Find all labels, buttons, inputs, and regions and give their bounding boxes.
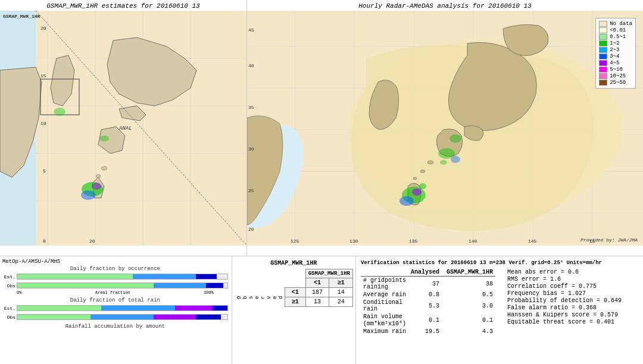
svg-text:10: 10 (40, 121, 46, 126)
left-map-title: GSMAP_MWR_1HR estimates for 20160610 13 (0, 0, 246, 11)
svg-text:0: 0 (43, 239, 46, 244)
svg-text:GSMAP_MWR_1HR: GSMAP_MWR_1HR (3, 14, 40, 19)
legend-item-5to10: 5~10 (599, 67, 632, 73)
stat-ets: Equitable threat score = 0.401 (507, 319, 638, 325)
svg-point-21 (81, 190, 95, 200)
svg-text:145: 145 (528, 239, 537, 244)
svg-text:ANAL: ANAL (118, 125, 132, 131)
legend-item-lt001: <0.01 (599, 27, 632, 33)
svg-point-17 (96, 175, 101, 178)
legend-item-10to25: 10~25 (599, 73, 632, 79)
svg-text:Provided by: JWA/JMA: Provided by: JWA/JMA (580, 237, 638, 243)
stat-false-alarm-ratio: False alarm ratio = 0.368 (507, 305, 638, 311)
contingency-table: GSMAP_MWR_1HR <1 ≥1 Observed <1 187 14 ≥… (235, 269, 353, 307)
row-ge1: ≥1 (285, 297, 305, 307)
stat-freq-bias: Frequency bias = 1.027 (507, 290, 638, 297)
map-legend: No data <0.01 0.5~1 1~2 (595, 18, 636, 89)
svg-point-55 (451, 156, 460, 163)
svg-text:40: 40 (248, 63, 254, 68)
cell-ge1-lt1: 13 (305, 297, 329, 307)
svg-point-53 (419, 183, 426, 189)
col-ge1: ≥1 (329, 278, 353, 288)
chart3-title: Rainfall accumulation by amount (2, 324, 228, 330)
satellite-label: MetOp-A/AMSU-A/MHS (2, 259, 229, 265)
right-map-panel: Hourly Radar-AMeDAS analysis for 2016061… (247, 0, 643, 256)
chart1-est-label: Est. (2, 274, 15, 280)
left-map-canvas: 20 15 10 5 0 20 GSMAP_MWR_1HR ANAL (0, 11, 246, 246)
bottom-charts-panel: MetOp-A/AMSU-A/MHS Daily fraction by occ… (0, 256, 232, 364)
svg-point-47 (427, 161, 433, 164)
svg-point-57 (450, 134, 461, 143)
svg-point-52 (412, 189, 422, 196)
svg-text:30: 30 (248, 146, 254, 152)
table-row: Conditional rain 5.3 3.0 (361, 299, 495, 313)
cell-lt1-lt1: 187 (305, 288, 329, 297)
right-map-title: Hourly Radar-AMeDAS analysis for 2016061… (247, 0, 643, 11)
right-map-canvas: 45 40 35 30 25 20 125 130 135 140 145 15… (247, 11, 643, 246)
verification-panel: Verification statistics for 20160610 13 … (356, 256, 643, 364)
legend-item-3to4: 3~4 (599, 54, 632, 59)
table-row: Average rain 0.8 0.5 (361, 291, 495, 299)
chart1-title: Daily fraction by occurrence (2, 266, 228, 272)
stat-pod: Probability of detection = 0.649 (507, 297, 638, 304)
svg-text:5: 5 (43, 168, 46, 174)
contingency-title: GSMAP_MWR_1HR (270, 260, 317, 266)
row-lt1: <1 (285, 288, 305, 297)
svg-point-56 (440, 160, 447, 165)
left-map-panel: GSMAP_MWR_1HR estimates for 20160610 13 (0, 0, 247, 256)
table-row: # gridpoints raining 37 38 (361, 277, 495, 291)
svg-text:25: 25 (248, 188, 254, 193)
chart2-title: Daily fraction of total rain (2, 297, 228, 303)
svg-text:125: 125 (291, 239, 299, 244)
svg-text:20: 20 (248, 227, 254, 232)
legend-item-nodata: No data (599, 21, 632, 27)
svg-point-51 (399, 196, 414, 206)
cell-lt1-ge1: 14 (329, 288, 353, 297)
legend-item-2to3: 2~3 (599, 47, 632, 53)
stats-block: Mean abs error = 0.6 RMS error = 1.6 Cor… (507, 268, 638, 335)
svg-text:140: 140 (469, 239, 477, 244)
legend-item-1to2: 1~2 (599, 40, 632, 46)
verif-title: Verification statistics for 20160610 13 … (361, 260, 638, 266)
stat-rms-error: RMS error = 1.6 (507, 276, 638, 283)
svg-text:20: 20 (40, 26, 46, 31)
legend-item-25to50: 25~50 (599, 80, 632, 86)
table-row: Rain volume (mm*km²x10⁶) 0.1 0.1 (361, 313, 495, 328)
svg-point-22 (92, 183, 101, 190)
stat-hk-score: Hanssen & Kuipers score = 0.579 (507, 312, 638, 318)
legend-item-05to1: 0.5~1 (599, 34, 632, 40)
svg-text:35: 35 (248, 105, 254, 110)
svg-text:20: 20 (89, 239, 95, 244)
svg-text:130: 130 (349, 239, 358, 244)
verif-stats-table: Analysed GSMAP_MWR_1HR # gridpoints rain… (361, 268, 495, 335)
svg-point-16 (101, 167, 107, 170)
table-row: Maximum rain 19.5 4.3 (361, 328, 495, 335)
stat-correlation: Correlation coeff = 0.775 (507, 283, 638, 290)
svg-text:15: 15 (40, 73, 46, 79)
svg-point-49 (413, 177, 417, 180)
contingency-panel: GSMAP_MWR_1HR GSMAP_MWR_1HR <1 ≥1 Observ (232, 256, 356, 364)
svg-text:45: 45 (248, 27, 254, 33)
svg-point-48 (420, 170, 425, 173)
stat-mean-abs-error: Mean abs error = 0.6 (507, 269, 638, 275)
cell-ge1-ge1: 24 (329, 297, 353, 307)
svg-point-23 (54, 108, 65, 116)
col-lt1: <1 (305, 278, 329, 288)
svg-point-24 (99, 136, 109, 142)
col-analysed: Analysed (408, 268, 444, 277)
legend-item-4to5: 4~5 (599, 60, 632, 66)
chart1-obs-label: Obs (2, 283, 15, 288)
col-gsmap: GSMAP_MWR_1HR (444, 268, 495, 277)
svg-text:135: 135 (409, 239, 418, 244)
